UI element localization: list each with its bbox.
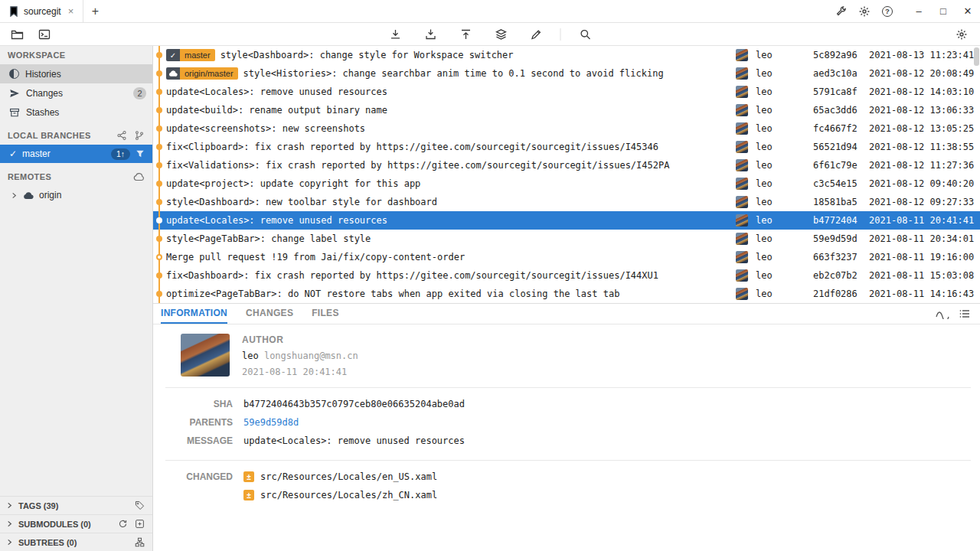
- create-branch-icon[interactable]: [134, 130, 145, 141]
- minimize-button[interactable]: –: [906, 0, 931, 22]
- commit-row[interactable]: style<Dashboard>: new toolbar style for …: [153, 193, 980, 211]
- current-branch-check-icon: ✓: [9, 148, 17, 159]
- commit-time: 2021-08-11 14:16:43: [869, 289, 980, 299]
- new-tag-icon[interactable]: [135, 500, 145, 510]
- author-avatar: [736, 159, 748, 171]
- commit-sha: 5791ca8f: [813, 86, 869, 97]
- chevron-right-icon: [11, 192, 18, 199]
- commit-row[interactable]: Merge pull request !19 from Jai/fix/copy…: [153, 248, 980, 266]
- push-button[interactable]: [455, 24, 477, 44]
- graph-dot: [156, 70, 162, 77]
- search-button[interactable]: [574, 24, 596, 44]
- commit-row[interactable]: fix<Validations>: fix crash reported by …: [153, 156, 980, 174]
- commit-message: style<PageTabBar>: change label style: [166, 233, 736, 244]
- sidebar-item-stashes[interactable]: Stashes: [0, 103, 152, 122]
- tags-section[interactable]: TAGS (39): [0, 496, 152, 514]
- parents-row: PARENTS 59e9d59d8d: [165, 413, 971, 432]
- maximize-button[interactable]: □: [931, 0, 956, 22]
- ref-name: master: [180, 49, 215, 61]
- commit-sha: 59e9d59d: [813, 233, 869, 244]
- commit-row[interactable]: origin/master style<Histories>: change s…: [153, 64, 980, 83]
- commit-sha: b4772404643b357c0797ceb80e06635204abe0ad: [243, 399, 465, 409]
- repository-tab[interactable]: sourcegit ×: [0, 0, 83, 22]
- commit-sha: 56521d94: [813, 142, 869, 152]
- tab-close-icon[interactable]: ×: [67, 5, 76, 17]
- commit-message: fix<Dashboard>: fix crash reported by ht…: [166, 270, 736, 281]
- author-avatar: [736, 214, 748, 227]
- commit-row[interactable]: optimize<PageTabBar>: do NOT restore tab…: [153, 285, 980, 303]
- pull-button[interactable]: [420, 24, 442, 44]
- author-section-label: AUTHOR: [242, 334, 358, 345]
- changed-file[interactable]: ± src/Resources/Locales/en_US.xaml: [243, 468, 437, 486]
- check-icon: ✓: [166, 49, 180, 61]
- commit-row[interactable]: style<PageTabBar>: change label style le…: [153, 230, 980, 248]
- divider: [165, 387, 971, 388]
- commit-author: leo: [756, 160, 813, 171]
- tab-information[interactable]: INFORMATION: [161, 304, 227, 324]
- commit-sha: b4772404: [813, 215, 869, 226]
- list-mode-icon[interactable]: [959, 308, 971, 319]
- about-button[interactable]: ?: [876, 0, 899, 22]
- commit-time: 2021-08-11 20:41:41: [869, 215, 980, 226]
- fetch-button[interactable]: [384, 24, 407, 44]
- terminal-button[interactable]: [33, 24, 55, 44]
- subtrees-section[interactable]: SUBTREES (0): [0, 533, 152, 551]
- sidebar-item-changes[interactable]: Changes 2: [0, 83, 152, 103]
- branch-item-master[interactable]: ✓ master 1↑: [0, 145, 152, 163]
- stashes-button[interactable]: [490, 24, 512, 44]
- search-icon: [579, 28, 591, 41]
- add-remote-icon[interactable]: [133, 172, 145, 181]
- add-subtree-icon[interactable]: [135, 537, 145, 547]
- open-repository-button[interactable]: [6, 24, 28, 44]
- commit-row[interactable]: fix<Dashboard>: fix crash reported by ht…: [153, 266, 980, 285]
- commit-row[interactable]: update<build>: rename output binary name…: [153, 101, 980, 119]
- commit-time: 2021-08-12 11:27:36: [869, 160, 980, 171]
- commit-information: AUTHOR leo longshuang@msn.cn 2021-08-11 …: [153, 324, 980, 551]
- author-identity: leo longshuang@msn.cn: [242, 350, 358, 361]
- commit-row[interactable]: update<Locales>: remove unused resources…: [153, 83, 980, 101]
- changed-file[interactable]: ± src/Resources/Locales/zh_CN.xaml: [243, 486, 437, 504]
- sidebar-item-histories[interactable]: Histories: [0, 64, 152, 83]
- repository-settings-button[interactable]: [950, 24, 972, 44]
- ref-name: origin/master: [180, 67, 238, 80]
- commit-row[interactable]: update<Locales>: remove unused resources…: [153, 211, 980, 230]
- close-button[interactable]: ✕: [956, 0, 980, 22]
- commit-sha: 21df0286: [813, 289, 869, 299]
- commit-message: style<Dashboard>: change style for Works…: [220, 50, 736, 60]
- commit-list: ✓master style<Dashboard>: change style f…: [153, 46, 980, 303]
- commit-author: leo: [756, 123, 813, 134]
- commit-message: update<project>: update copyright for th…: [166, 178, 736, 189]
- graph-dot: [156, 144, 162, 150]
- stashes-icon: [9, 107, 20, 118]
- add-submodule-icon[interactable]: [135, 519, 145, 529]
- commit-author: leo: [756, 252, 813, 262]
- refresh-icon[interactable]: [118, 519, 128, 529]
- commit-row[interactable]: fix<Clipboard>: fix crash reported by ht…: [153, 138, 980, 156]
- titlebar: sourcegit × + ? – □ ✕: [0, 0, 980, 23]
- commit-refs: origin/master: [166, 67, 238, 80]
- compare-branches-icon[interactable]: [116, 130, 127, 141]
- commit-message: update<Locales>: remove unused resources: [166, 215, 736, 226]
- filter-icon[interactable]: [136, 149, 145, 158]
- commit-row[interactable]: update<screenshots>: new screenshots leo…: [153, 119, 980, 138]
- parent-sha-link[interactable]: 59e9d59d8d: [243, 417, 299, 428]
- divider: [165, 460, 971, 461]
- submodules-section[interactable]: SUBMODULES (0): [0, 514, 152, 533]
- commit-author: leo: [756, 105, 813, 116]
- apply-patch-button[interactable]: [525, 24, 547, 44]
- message-row: MESSAGE update<Locales>: remove unused r…: [165, 432, 971, 450]
- sidebar: WORKSPACE Histories Changes 2 Stashes: [0, 46, 153, 551]
- preferences-button[interactable]: [853, 0, 876, 22]
- new-tab-button[interactable]: +: [83, 0, 106, 22]
- curve-mode-icon[interactable]: [936, 308, 949, 319]
- file-path: src/Resources/Locales/en_US.xaml: [260, 471, 437, 482]
- author-avatar: [736, 49, 748, 61]
- ref-badge: origin/master: [166, 67, 238, 80]
- remote-item-origin[interactable]: origin: [0, 186, 152, 204]
- commit-message: Merge pull request !19 from Jai/fix/copy…: [166, 252, 736, 262]
- commit-row[interactable]: update<project>: update copyright for th…: [153, 174, 980, 193]
- tab-changes[interactable]: CHANGES: [246, 304, 293, 324]
- commit-row[interactable]: ✓master style<Dashboard>: change style f…: [153, 46, 980, 64]
- hotkeys-button[interactable]: [830, 0, 853, 22]
- tab-files[interactable]: FILES: [312, 304, 339, 324]
